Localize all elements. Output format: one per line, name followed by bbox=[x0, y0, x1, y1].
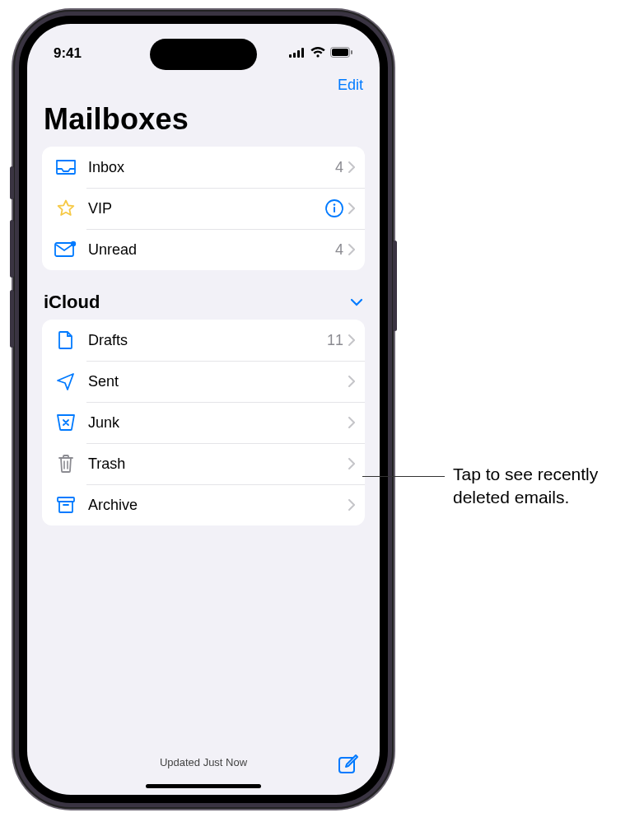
screen: 9:41 Edit Mailboxes bbox=[27, 24, 380, 795]
section-title: iCloud bbox=[44, 292, 100, 313]
star-icon bbox=[54, 196, 78, 221]
chevron-right-icon bbox=[348, 244, 355, 255]
mailbox-label: VIP bbox=[88, 200, 325, 217]
mailbox-drafts[interactable]: Drafts 11 bbox=[42, 320, 365, 361]
callout-line bbox=[362, 476, 445, 477]
drafts-icon bbox=[54, 328, 78, 353]
compose-button[interactable] bbox=[337, 753, 360, 779]
update-status: Updated Just Now bbox=[160, 756, 247, 768]
svg-rect-12 bbox=[58, 497, 74, 502]
chevron-right-icon bbox=[348, 499, 355, 511]
nav-bar: Edit bbox=[27, 72, 380, 94]
mute-switch bbox=[10, 166, 14, 199]
svg-rect-0 bbox=[289, 54, 292, 58]
wifi-icon bbox=[310, 45, 325, 62]
section-header-icloud[interactable]: iCloud bbox=[44, 292, 363, 313]
mailbox-label: Trash bbox=[88, 455, 348, 473]
svg-point-11 bbox=[71, 241, 76, 246]
mailbox-count: 11 bbox=[327, 332, 343, 349]
mailbox-label: Inbox bbox=[88, 159, 335, 176]
mailbox-sent[interactable]: Sent bbox=[42, 361, 365, 402]
trash-icon bbox=[54, 451, 78, 476]
chevron-right-icon bbox=[348, 203, 355, 214]
chevron-right-icon bbox=[348, 417, 355, 428]
mailbox-label: Junk bbox=[88, 414, 348, 432]
mailbox-label: Archive bbox=[88, 497, 348, 514]
mailbox-junk[interactable]: Junk bbox=[42, 402, 365, 443]
power-button bbox=[393, 241, 397, 331]
inbox-icon bbox=[54, 155, 78, 180]
mailbox-label: Sent bbox=[88, 373, 348, 390]
battery-icon bbox=[330, 45, 353, 62]
junk-icon bbox=[54, 410, 78, 435]
svg-rect-6 bbox=[351, 50, 352, 54]
volume-down-button bbox=[10, 290, 14, 348]
chevron-right-icon bbox=[348, 334, 355, 346]
icloud-mailboxes-group: Drafts 11 Sent Junk bbox=[42, 320, 365, 525]
chevron-down-icon bbox=[350, 298, 363, 306]
edit-button[interactable]: Edit bbox=[338, 77, 363, 94]
mailbox-trash[interactable]: Trash bbox=[42, 443, 365, 484]
svg-rect-3 bbox=[301, 48, 304, 58]
volume-up-button bbox=[10, 220, 14, 278]
callout-text: Tap to see recently deleted emails. bbox=[453, 463, 642, 510]
cellular-icon bbox=[289, 45, 306, 62]
home-indicator bbox=[146, 784, 261, 788]
svg-rect-2 bbox=[297, 50, 300, 58]
mailbox-inbox[interactable]: Inbox 4 bbox=[42, 147, 365, 188]
mailbox-label: Drafts bbox=[88, 332, 327, 349]
unread-icon bbox=[54, 237, 78, 262]
mailbox-count: 4 bbox=[335, 241, 343, 259]
sent-icon bbox=[54, 369, 78, 394]
status-icons bbox=[289, 45, 353, 62]
svg-rect-1 bbox=[293, 53, 296, 58]
archive-icon bbox=[54, 493, 78, 517]
chevron-right-icon bbox=[348, 458, 355, 469]
chevron-right-icon bbox=[348, 161, 355, 173]
page-title: Mailboxes bbox=[27, 94, 380, 147]
mailbox-archive[interactable]: Archive bbox=[42, 484, 365, 525]
dynamic-island bbox=[150, 39, 257, 70]
mailbox-label: Unread bbox=[88, 241, 335, 259]
phone-frame: 9:41 Edit Mailboxes bbox=[13, 10, 394, 809]
mailbox-unread[interactable]: Unread 4 bbox=[42, 229, 365, 270]
svg-rect-5 bbox=[332, 49, 348, 56]
mailbox-count: 4 bbox=[335, 159, 343, 176]
svg-point-8 bbox=[334, 203, 336, 206]
mailbox-vip[interactable]: VIP bbox=[42, 188, 365, 229]
svg-rect-9 bbox=[334, 207, 335, 213]
smart-mailboxes-group: Inbox 4 VIP Unread 4 bbox=[42, 147, 365, 270]
chevron-right-icon bbox=[348, 376, 355, 387]
status-time: 9:41 bbox=[54, 45, 82, 62]
info-icon[interactable] bbox=[325, 199, 343, 217]
